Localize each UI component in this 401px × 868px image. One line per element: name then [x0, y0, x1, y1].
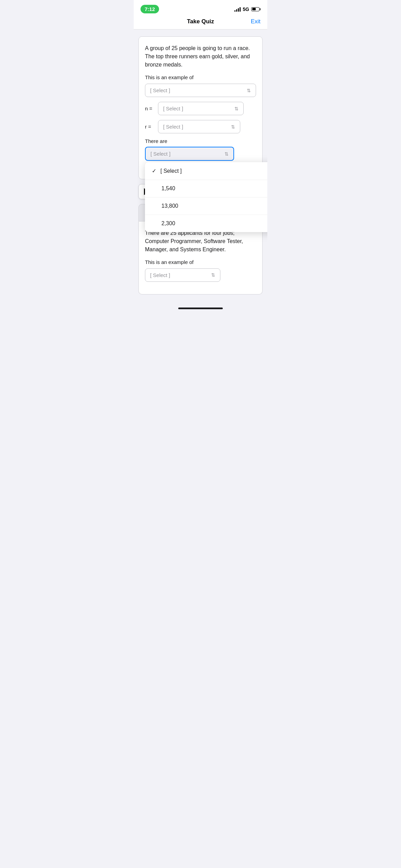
chevron-updown-icon-r: ⇅ [231, 124, 235, 130]
dropdown-item-label-1540: 1,540 [161, 185, 175, 192]
q8-n-label: n = [145, 106, 155, 111]
q8-n-placeholder: [ Select ] [163, 106, 183, 111]
question-8-prompt: A group of 25 people is going to run a r… [145, 44, 256, 69]
dropdown-item-13800[interactable]: 13,800 [145, 197, 267, 215]
exit-button[interactable]: Exit [251, 18, 260, 25]
dropdown-item-1540[interactable]: 1,540 [145, 180, 267, 197]
q8-there-are-placeholder: [ Select ] [150, 151, 170, 157]
q8-r-placeholder: [ Select ] [163, 124, 183, 130]
nav-title: Take Quiz [187, 18, 214, 25]
q8-r-label: r = [145, 124, 155, 130]
q8-example-placeholder: [ Select ] [150, 87, 170, 93]
q8-there-are-dropdown-wrapper: [ Select ] ⇅ ✓ [ Select ] 1,540 13,800 [145, 147, 234, 161]
q8-example-select[interactable]: [ Select ] ⇅ [145, 84, 256, 97]
chevron-updown-icon: ⇅ [247, 88, 251, 93]
q8-n-select[interactable]: [ Select ] ⇅ [158, 102, 244, 115]
q8-example-select-row: [ Select ] ⇅ [145, 84, 256, 97]
checkmark-icon: ✓ [152, 168, 156, 174]
q8-there-are-row: There are [ Select ] ⇅ ✓ [ Select ] 1,54… [145, 138, 256, 161]
network-label: 5G [243, 7, 249, 12]
dropdown-menu: ✓ [ Select ] 1,540 13,800 2,300 [145, 162, 267, 232]
signal-icon [234, 7, 241, 12]
status-bar: 7:12 5G [134, 0, 267, 15]
dropdown-item-select[interactable]: ✓ [ Select ] [145, 162, 267, 180]
dropdown-item-label-2300: 2,300 [161, 220, 175, 227]
status-time: 7:12 [141, 5, 159, 13]
q8-sub-label: This is an example of [145, 74, 256, 80]
q9-example-placeholder: [ Select ] [150, 272, 170, 278]
nav-bar: Take Quiz Exit [134, 15, 267, 29]
q8-r-select[interactable]: [ Select ] ⇅ [158, 120, 240, 133]
q8-r-row: r = [ Select ] ⇅ [145, 120, 256, 133]
q9-example-select-row: [ Select ] ⇅ [145, 268, 256, 282]
main-content: A group of 25 people is going to run a r… [134, 29, 267, 301]
home-indicator [178, 308, 223, 309]
chevron-updown-icon-there: ⇅ [224, 151, 229, 157]
q9-example-select[interactable]: [ Select ] ⇅ [145, 268, 220, 282]
q8-n-row: n = [ Select ] ⇅ [145, 102, 256, 115]
q9-sub-label: This is an example of [145, 259, 256, 265]
battery-icon [251, 7, 260, 11]
status-icons: 5G [234, 7, 260, 12]
chevron-updown-icon-q9: ⇅ [211, 272, 215, 278]
q8-there-are-select[interactable]: [ Select ] ⇅ [145, 147, 234, 161]
question-9-card: There are 25 applicants for four jobs; C… [138, 221, 263, 294]
chevron-updown-icon-n: ⇅ [234, 106, 239, 111]
question-8-card: A group of 25 people is going to run a r… [138, 36, 263, 179]
dropdown-item-label-13800: 13,800 [161, 203, 178, 209]
dropdown-item-label: [ Select ] [160, 168, 182, 174]
q9-prompt: There are 25 applicants for four jobs; C… [145, 229, 256, 254]
dropdown-item-2300[interactable]: 2,300 [145, 215, 267, 232]
there-are-label: There are [145, 138, 167, 144]
